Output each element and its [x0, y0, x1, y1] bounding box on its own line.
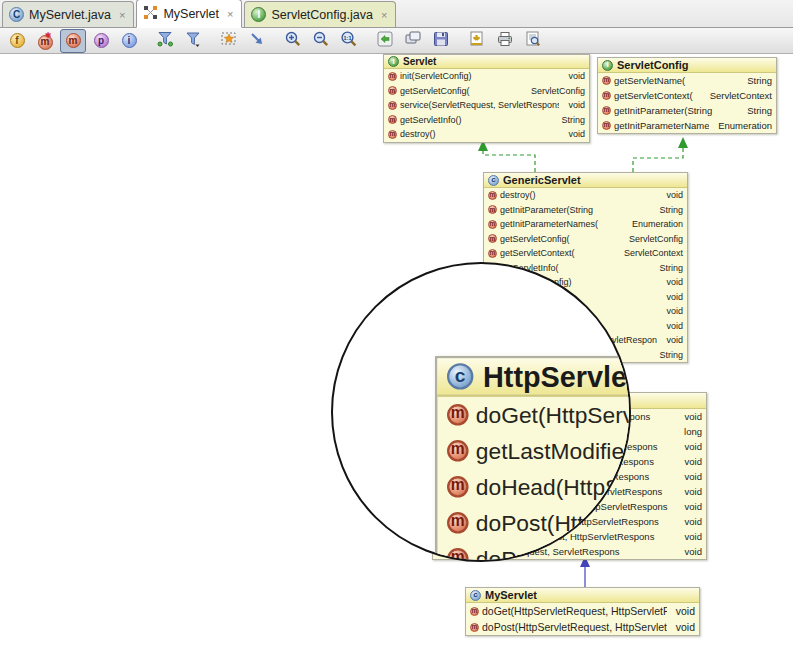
method-return-type: void: [666, 335, 683, 345]
actual-size-button[interactable]: 1:1: [336, 29, 362, 53]
method-row[interactable]: mgetServletInfo()String: [384, 113, 589, 128]
method-row[interactable]: mgetServletContext(ServletContext: [598, 88, 776, 103]
method-return-type: void: [568, 71, 585, 81]
show-inner-classes-button[interactable]: i: [116, 29, 142, 53]
class-title: GenericServlet: [503, 174, 581, 186]
tab-close-icon[interactable]: ×: [227, 8, 233, 20]
method-icon: m: [388, 86, 397, 95]
method-row[interactable]: mgetInitParameterNames(Enumeration: [598, 118, 776, 133]
uml-class-servletconfig[interactable]: IServletConfigmgetServletName(Stringmget…: [597, 57, 777, 134]
tab-close-icon[interactable]: ×: [119, 9, 125, 21]
method-row[interactable]: mgetInitParameter(StringString: [598, 103, 776, 118]
inner-classes-icon: i: [122, 33, 137, 48]
tab-close-icon[interactable]: ×: [381, 9, 387, 21]
export-diagram-button[interactable]: [464, 29, 490, 53]
editor-tab-bar: CMyServlet.java×MyServlet×IServletConfig…: [0, 0, 793, 28]
method-icon: m: [488, 205, 497, 214]
method-row[interactable]: mdoGet(HttpServletRequest, HttpServletRe…: [437, 397, 631, 433]
method-row[interactable]: mgetServletName(String: [598, 73, 776, 88]
show-properties-button[interactable]: p: [88, 29, 114, 53]
method-row[interactable]: mgetServletConfig(ServletConfig: [384, 84, 589, 99]
tab-myservlet[interactable]: MyServlet×: [136, 0, 242, 28]
method-return-type: void: [666, 190, 683, 200]
method-row[interactable]: mdestroy()void: [484, 188, 687, 203]
method-icon: m: [602, 121, 611, 130]
method-return-type: String: [561, 115, 585, 125]
zoom-in-icon: [284, 30, 302, 52]
class-icon: c: [447, 363, 473, 389]
method-icon: m: [470, 623, 479, 632]
method-icon: m: [488, 234, 497, 243]
method-return-type: ServletContext: [710, 90, 772, 101]
properties-icon: p: [94, 33, 109, 48]
method-row[interactable]: mdestroy()void: [384, 127, 589, 142]
method-name: getLastModified(HttpServletRequest): [476, 438, 631, 464]
apply-layout-button[interactable]: [372, 29, 398, 53]
tab-myservlet-java[interactable]: CMyServlet.java×: [2, 1, 134, 27]
method-row[interactable]: mdoPost(HttpServletRequest, HttpServletR…: [466, 619, 699, 635]
diagram-canvas[interactable]: IServletminit(ServletConfig)voidmgetServ…: [0, 54, 793, 645]
method-name: init(ServletConfig): [400, 71, 559, 81]
methods-icon: m: [66, 33, 81, 48]
interface-icon: I: [388, 56, 399, 67]
method-row[interactable]: mgetServletConfig(ServletConfig: [484, 232, 687, 247]
realization-genericservlet-to-servletconfig: [633, 148, 683, 172]
save-diagram-button[interactable]: [428, 29, 454, 53]
show-methods-button[interactable]: m: [60, 29, 86, 53]
method-return-type: void: [666, 306, 683, 316]
uml-class-header[interactable]: IServletConfig: [598, 58, 776, 73]
diagonal-arrow-icon: [248, 30, 266, 52]
magnifier-loupe[interactable]: cHttpServletmdoGet(HttpServletRequest, H…: [331, 262, 631, 562]
uml-class-header[interactable]: cMyServlet: [466, 588, 699, 603]
method-return-type: void: [685, 486, 702, 497]
zoom-out-button[interactable]: [308, 29, 334, 53]
method-return-type: void: [676, 605, 695, 617]
uml-class-servlet[interactable]: IServletminit(ServletConfig)voidmgetServ…: [383, 54, 590, 143]
method-icon: m: [488, 191, 497, 200]
uml-class-header[interactable]: IServlet: [384, 55, 589, 69]
method-row[interactable]: mgetInitParameter(StringString: [484, 203, 687, 218]
method-row[interactable]: mdoHead(HttpServletRequest, HttpServletR…: [437, 469, 631, 505]
zoom-in-button[interactable]: [280, 29, 306, 53]
method-row[interactable]: minit(ServletConfig)void: [384, 69, 589, 84]
method-row[interactable]: mdoGet(HttpServletRequest, HttpServletRe…: [466, 603, 699, 619]
uml-class-header[interactable]: cGenericServlet: [484, 173, 687, 188]
method-return-type: long: [684, 426, 702, 437]
method-row[interactable]: mgetServletContext(ServletContext: [484, 246, 687, 261]
printer-icon: [496, 30, 514, 52]
scope-filter-button[interactable]: [180, 29, 206, 53]
tab-label: ServletConfig.java: [271, 8, 372, 22]
uml-class-header[interactable]: cHttpServlet: [437, 358, 631, 396]
route-edges-button[interactable]: [400, 29, 426, 53]
method-return-type: void: [685, 531, 702, 542]
class-title: MyServlet: [485, 589, 537, 601]
method-name: getServletConfig(: [500, 234, 620, 244]
diagram-icon: [143, 5, 158, 23]
method-name: getServletContext(: [614, 90, 701, 101]
uml-class-myservlet[interactable]: cMyServletmdoGet(HttpServletRequest, Htt…: [465, 587, 700, 636]
marquee-star-icon: [220, 30, 238, 52]
method-name: doGet(HttpServletRequest, HttpServletRes…: [482, 605, 667, 617]
method-return-type: Enumeration: [718, 120, 772, 131]
ide-window: CMyServlet.java×MyServlet×IServletConfig…: [0, 0, 793, 645]
method-row[interactable]: mgetInitParameterNames(Enumeration: [484, 217, 687, 232]
realization-genericservlet-to-servletconfig-arrowhead: [678, 137, 688, 148]
show-constructors-button[interactable]: m✱: [32, 29, 58, 53]
show-fields-button[interactable]: f: [4, 29, 30, 53]
method-return-type: void: [685, 516, 702, 527]
print-button[interactable]: [492, 29, 518, 53]
method-icon: m: [388, 115, 397, 124]
diagram-toolbar: fm✱mpi1:1: [0, 28, 793, 54]
method-icon: m: [602, 106, 611, 115]
tab-servletconfig-java[interactable]: IServletConfig.java×: [244, 1, 396, 27]
edge-filter-button[interactable]: [152, 29, 178, 53]
method-row[interactable]: mgetLastModified(HttpServletRequest)long: [437, 433, 631, 469]
method-name: getInitParameter(String: [614, 105, 738, 116]
method-row[interactable]: mservice(ServletRequest, ServletResponsv…: [384, 98, 589, 113]
magnify-region-button[interactable]: [216, 29, 242, 53]
method-name: destroy(): [400, 129, 559, 139]
method-name: getServletName(: [614, 75, 738, 86]
method-return-type: void: [568, 100, 585, 110]
preview-button[interactable]: [520, 29, 546, 53]
fit-content-button[interactable]: [244, 29, 270, 53]
